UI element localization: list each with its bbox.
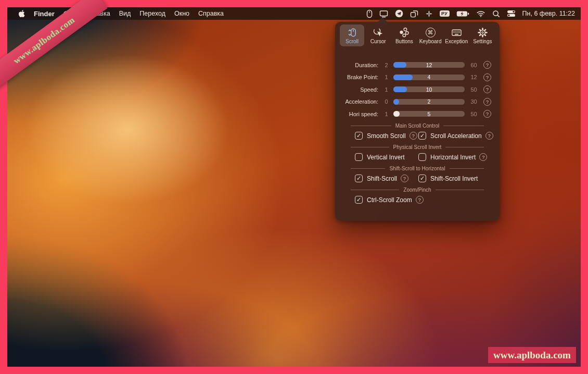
help-icon[interactable]: ? [483,98,491,106]
section-physical-scroll-invert: Physical Scroll Invert Vertical Invert H… [335,144,500,163]
pinwheel-app-icon[interactable] [425,10,433,18]
slider-label: Hori speed: [341,111,382,117]
checkbox-shift-scroll[interactable]: ✓ Shift-Scroll ? [355,174,418,182]
slider-duration: Duration: 2 12 60 ? [335,59,500,71]
gear-icon [477,27,488,38]
tab-exception-label: Exception [445,39,468,44]
checkmark-icon: ✓ [420,133,425,139]
help-icon[interactable]: ? [485,132,493,140]
slider-track[interactable]: 5 [393,111,465,117]
mos-mouse-icon[interactable] [366,9,373,18]
checkbox-scroll-acceleration[interactable]: ✓ Scroll Acceleration ? [418,132,493,140]
slider-track[interactable]: 10 [393,86,465,92]
checkbox-horizontal-invert[interactable]: Horizontal Invert ? [418,153,487,161]
wifi-icon[interactable] [476,10,485,17]
slider-min: 1 [382,86,391,93]
battery-charging-icon[interactable] [456,10,469,17]
help-icon[interactable]: ? [483,73,491,81]
checkbox-smooth-scroll[interactable]: ✓ Smooth Scroll ? [355,132,418,140]
menu-go[interactable]: Переход [139,10,165,17]
slider-value: 5 [393,111,465,117]
checkbox-label: Scroll Acceleration [430,132,482,140]
checkbox-box[interactable]: ✓ [418,174,426,182]
help-icon[interactable]: ? [483,110,491,118]
slider-max: 30 [467,98,480,105]
desktop-wallpaper: Finder Файл Правка Вид Переход Окно Спра… [7,7,581,367]
checkbox-box[interactable]: ✓ [418,132,426,140]
scroll-tab-icon [347,27,357,38]
menu-window[interactable]: Окно [174,10,189,17]
slider-label: Speed: [341,86,382,93]
help-icon[interactable]: ? [416,196,424,204]
tab-settings[interactable]: Settings [470,24,495,46]
slider-speed: Speed: 1 10 50 ? [335,83,500,96]
slider-track[interactable]: 12 [393,62,465,68]
tab-exception[interactable]: Exception [444,24,469,46]
display-icon[interactable] [379,10,388,18]
slider-value: 12 [393,62,465,68]
help-icon[interactable]: ? [479,153,487,161]
checkbox-box[interactable] [418,153,426,161]
help-icon[interactable]: ? [401,174,408,182]
slider-value: 4 [393,74,465,80]
tab-scroll[interactable]: Scroll [340,24,364,46]
menubar-app-name[interactable]: Finder [34,10,55,18]
slider-min: 0 [382,98,391,105]
checkbox-shift-scroll-invert[interactable]: ✓ Shift-Scroll Invert [418,174,478,182]
slider-min: 2 [382,62,391,68]
slider-max: 50 [467,86,480,93]
menubar-clock[interactable]: Пн, 6 февр. 11:22 [522,10,575,17]
checkbox-box[interactable] [355,153,363,161]
section-title: Main Scroll Control [395,123,439,129]
section-divider: Shift-Scroll to Horizontal [351,165,484,172]
search-icon[interactable] [492,10,500,18]
section-main-scroll-control: Main Scroll Control ✓ Smooth Scroll ? ✓ … [335,122,500,142]
command-glyph: ⌘ [428,30,433,35]
slider-brake-point: Brake Point: 1 4 12 ? [335,71,500,84]
tab-buttons[interactable]: Buttons [392,24,416,46]
mos-preferences-popover: Scroll Cursor [335,22,500,221]
checkbox-label: Ctrl-Scroll Zoom [367,196,412,204]
section-title: Physical Scroll Invert [393,144,442,150]
telegram-icon[interactable] [395,9,403,18]
slider-max: 50 [467,111,480,117]
checkmark-icon: ✓ [356,133,361,139]
checkbox-ctrl-scroll-zoom[interactable]: ✓ Ctrl-Scroll Zoom ? [355,196,418,204]
apple-menu-icon[interactable] [18,9,25,18]
tab-keyboard[interactable]: ⌘ Keyboard [418,24,443,46]
help-icon[interactable]: ? [483,61,491,69]
section-zoom-pinch: Zoom/Pinch ✓ Ctrl-Scroll Zoom ? [335,186,500,206]
slider-value: 2 [393,99,465,105]
checkbox-box[interactable]: ✓ [355,132,363,140]
tab-buttons-label: Buttons [395,39,413,44]
watermark-badge-text: www.aplboda.com [493,350,571,361]
buttons-tab-icon [399,27,410,38]
slider-label: Acceleration: [341,98,382,105]
input-source-badge[interactable]: РУ [440,10,450,17]
slider-track[interactable]: 4 [393,74,465,80]
slider-value: 10 [393,86,465,92]
menu-view[interactable]: Вид [119,10,131,17]
checkbox-box[interactable]: ✓ [355,174,363,182]
section-title: Shift-Scroll to Horizontal [389,166,445,171]
help-icon[interactable]: ? [483,85,491,93]
screen-mirroring-icon[interactable] [410,10,418,18]
tab-scroll-label: Scroll [346,39,359,44]
slider-acceleration: Acceleration: 0 2 30 ? [335,96,500,108]
keyboard-tab-icon: ⌘ [426,27,436,38]
slider-max: 60 [467,62,480,68]
slider-min: 1 [382,74,391,80]
section-divider: Zoom/Pinch [351,186,484,194]
checkbox-label: Vertical Invert [367,154,405,161]
section-divider: Physical Scroll Invert [351,144,484,151]
help-icon[interactable]: ? [410,132,417,140]
slider-max: 12 [467,74,480,80]
menu-help[interactable]: Справка [198,10,224,17]
checkmark-icon: ✓ [420,176,425,181]
checkbox-vertical-invert[interactable]: Vertical Invert [355,153,418,161]
tab-cursor[interactable]: Cursor [366,24,390,46]
checkmark-icon: ✓ [356,176,361,181]
control-center-icon[interactable] [507,10,516,17]
checkbox-box[interactable]: ✓ [355,196,363,204]
slider-track[interactable]: 2 [393,99,465,105]
